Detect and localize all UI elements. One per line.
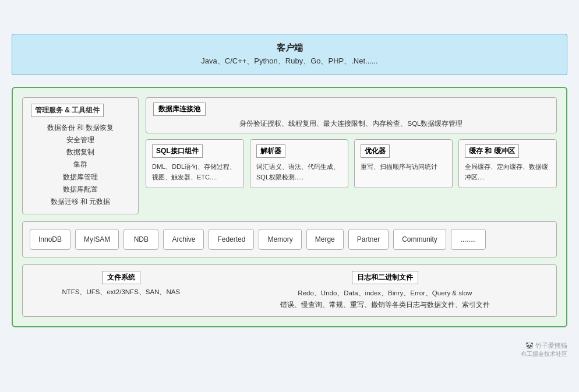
main-box: 管理服务 & 工具组件 数据备份 和 数据恢复 安全管理 数据复制 集群 数据库… <box>12 87 567 328</box>
mgmt-item: 数据迁移 和 元数据 <box>31 196 130 208</box>
mgmt-item: 安全管理 <box>31 134 130 146</box>
component-cache-desc: 全局缓存、定向缓存、数据缓冲区.... <box>465 161 550 183</box>
engine-merge: Merge <box>306 229 344 250</box>
engine-federted: Federted <box>209 229 254 250</box>
conn-pool-desc: 身份验证授权、线程复用、最大连接限制、内存检查、SQL数据缓存管理 <box>153 119 549 128</box>
component-parser-desc: 词汇语义、语法、代码生成、SQL权限检测..... <box>256 161 342 183</box>
conn-pool-box: 数据库连接池 身份验证授权、线程复用、最大连接限制、内存检查、SQL数据缓存管理 <box>146 97 557 133</box>
mgmt-item: 数据复制 <box>31 146 130 158</box>
component-sql: SQL接口组件 DML、DDL语句、存储过程、视图、触发器、ETC.... <box>146 139 244 188</box>
component-sql-desc: DML、DDL语句、存储过程、视图、触发器、ETC.... <box>152 161 238 183</box>
bottom-section: 文件系统 NTFS、UFS、ext2/3NFS、SAN、NAS 日志和二进制文件… <box>22 264 557 317</box>
right-section: 数据库连接池 身份验证授权、线程复用、最大连接限制、内存检查、SQL数据缓存管理… <box>146 97 557 215</box>
client-title: 客户端 <box>24 43 555 54</box>
engine-innodb: InnoDB <box>30 229 70 250</box>
engine-ndb: NDB <box>123 229 158 250</box>
mgmt-item: 数据库管理 <box>31 171 130 183</box>
component-cache: 缓存 和 缓冲区 全局缓存、定向缓存、数据缓冲区.... <box>458 139 557 188</box>
mgmt-items: 数据备份 和 数据恢复 安全管理 数据复制 集群 数据库管理 数据库配置 数据迁… <box>31 122 130 209</box>
component-cache-title: 缓存 和 缓冲区 <box>465 144 519 158</box>
mgmt-item: 集群 <box>31 158 130 171</box>
management-box: 管理服务 & 工具组件 数据备份 和 数据恢复 安全管理 数据复制 集群 数据库… <box>22 97 139 215</box>
engine-partner: Partner <box>348 229 389 250</box>
component-parser: 解析器 词汇语义、语法、代码生成、SQL权限检测..... <box>250 139 348 188</box>
engine-more: ........ <box>451 229 486 250</box>
page-wrapper: 客户端 Java、C/C++、Python、Ruby、Go、PHP、.Net..… <box>12 34 567 359</box>
mgmt-item: 数据库配置 <box>31 183 130 196</box>
components-row: SQL接口组件 DML、DDL语句、存储过程、视图、触发器、ETC.... 解析… <box>146 139 557 188</box>
engine-community: Community <box>393 229 446 250</box>
file-sys-box: 文件系统 NTFS、UFS、ext2/3NFS、SAN、NAS <box>30 271 213 310</box>
engines-box: InnoDB MyISAM NDB Archive Federted Memor… <box>22 221 557 257</box>
component-optimizer-title: 优化器 <box>361 144 390 158</box>
component-parser-title: 解析器 <box>256 144 285 158</box>
top-section: 管理服务 & 工具组件 数据备份 和 数据恢复 安全管理 数据复制 集群 数据库… <box>22 97 557 215</box>
log-desc: Redo、Undo、Data、index、Binry、Error、Query &… <box>221 288 549 310</box>
engine-archive: Archive <box>163 229 204 250</box>
component-sql-title: SQL接口组件 <box>152 144 203 158</box>
component-optimizer: 优化器 重写、扫描顺序与访问统计 <box>354 139 453 188</box>
conn-pool-title: 数据库连接池 <box>153 103 206 116</box>
file-sys-desc: NTFS、UFS、ext2/3NFS、SAN、NAS <box>30 288 213 296</box>
log-box: 日志和二进制文件 Redo、Undo、Data、index、Binry、Erro… <box>221 271 549 310</box>
watermark: 🐼 竹子爱熊猫 布工掘金技术社区 <box>12 341 567 358</box>
file-sys-title: 文件系统 <box>102 271 140 284</box>
log-title: 日志和二进制文件 <box>352 271 418 284</box>
engine-myisam: MyISAM <box>75 229 119 250</box>
component-optimizer-desc: 重写、扫描顺序与访问统计 <box>361 161 446 172</box>
mgmt-title: 管理服务 & 工具组件 <box>31 104 104 117</box>
mgmt-item: 数据备份 和 数据恢复 <box>31 122 130 134</box>
client-subtitle: Java、C/C++、Python、Ruby、Go、PHP、.Net...... <box>24 56 555 66</box>
engine-memory: Memory <box>259 229 301 250</box>
client-box: 客户端 Java、C/C++、Python、Ruby、Go、PHP、.Net..… <box>12 34 567 75</box>
